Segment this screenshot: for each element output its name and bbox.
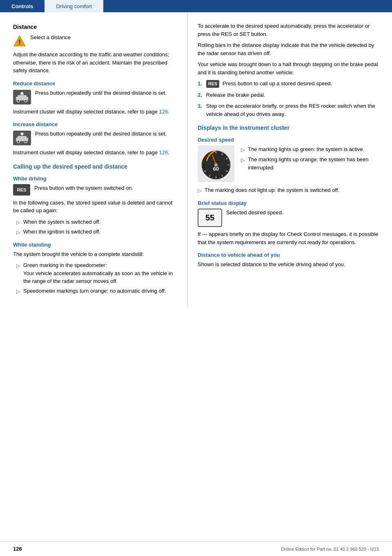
arrow-icon-5: ▷ [241,146,245,153]
tab-driving-comfort[interactable]: Driving comfort [45,0,103,12]
while-driving-row: RES Press button with the system switche… [13,184,178,196]
svg-point-12 [17,140,20,143]
while-standing-intro: The system brought the vehicle to a comp… [13,250,178,258]
distance-body: Adjust the distance according to the tra… [13,51,178,75]
right-column: To accelerate to the desired speed autom… [188,12,392,307]
following-cases-text: In the following cases, the stored speed… [13,199,178,215]
reduce-page-link[interactable]: 126 [159,109,168,115]
res-btn-1: RES [206,80,220,88]
desired-speed-bullets: ▷ The marking lights up green: the syste… [241,145,379,173]
arrow-icon-7: ▷ [198,187,201,194]
brief-status-row: 55 Selected desired speed. [198,209,379,227]
rolling-bars-text: Rolling bars in the distance display ind… [198,41,379,57]
increase-distance-title: Increase distance [13,121,178,127]
svg-text:!: ! [18,39,20,46]
num-label-1: 1. [198,80,202,88]
while-standing-list: ▷ Green marking in the speedometer: Your… [16,261,178,295]
distance-ahead-title: Distance to vehicle ahead of you [198,252,379,258]
brief-body: Selected desired speed. [226,209,283,217]
list-item: ▷ When the ignition is switched off. [16,228,178,236]
reduce-distance-title: Reduce distance [13,80,178,87]
desired-speed-row: 60 ▷ The marking lights up green: the sy… [198,145,379,182]
halt-text: Your vehicle was brought down to a halt … [198,60,379,76]
increase-body: Press button repeatedly until the desire… [35,130,167,138]
list-item: ▷ The marking does not light up: the sys… [198,186,379,194]
distance-warning-text: Select a distance [30,33,71,42]
main-content: Distance ! Select a distance Adjust the … [0,12,392,307]
svg-rect-11 [18,136,27,139]
reduce-dist-icon [13,90,31,105]
reduce-cluster-text: Instrument cluster will display selected… [13,108,178,116]
displays-title: Displays in the instrument cluster [198,125,379,131]
warning-icon: ! [13,34,26,47]
arrow-icon-4: ▷ [16,288,20,295]
following-cases-list: ▷ When the system is switched off. ▷ Whe… [16,218,178,236]
list-item: ▷ When the system is switched off. [16,218,178,226]
increase-distance-row: Press button repeatedly until the desire… [13,130,178,145]
while-driving-title: While driving [13,176,178,182]
arrow-icon-1: ▷ [16,219,20,226]
distance-title: Distance [13,24,178,30]
arrow-icon-6: ▷ [241,156,245,171]
svg-point-5 [17,100,20,102]
left-column: Distance ! Select a distance Adjust the … [0,12,188,307]
reduce-body: Press button repeatedly until the desire… [35,89,167,97]
status-display-box: 55 [198,209,222,227]
list-item: ▷ Green marking in the speedometer: Your… [16,261,178,285]
list-item: 1. RES Press button to call up a stored … [198,80,379,88]
list-item: 3. Step on the accelerator briefly, or p… [198,102,379,118]
list-item: 2. Release the brake pedal. [198,91,379,99]
while-standing-title: While standing [13,242,178,248]
svg-rect-4 [18,95,27,98]
distance-ahead-body: Shown is selected distance to the vehicl… [198,260,379,269]
list-item: ▷ The marking lights up green: the syste… [241,145,379,153]
num-label-3: 3. [198,102,202,118]
increase-page-link[interactable]: 126 [159,149,168,156]
list-item: ▷ The marking lights up orange: the syst… [241,156,379,171]
svg-point-6 [24,100,27,102]
res-button-icon: RES [13,184,30,196]
brief-para: If --- appears briefly on the display fo… [198,230,379,246]
footer-text: Online Edition for Part no. 01 40 2 960 … [281,547,379,552]
speedometer-image: 60 [198,145,234,182]
page-number: 126 [13,546,22,552]
arrow-icon-2: ▷ [16,229,20,236]
accelerate-text: To accelerate to the desired speed autom… [198,22,379,38]
reduce-distance-row: Press button repeatedly until the desire… [13,89,178,105]
distance-warning-row: ! Select a distance [13,33,178,47]
ds-third-bullet-list: ▷ The marking does not light up: the sys… [198,186,379,194]
while-driving-body: Press button with the system switched on… [34,184,133,192]
increase-cluster-text: Instrument cluster will display selected… [13,149,178,157]
arrow-icon-3: ▷ [16,262,20,285]
increase-dist-icon [13,131,31,145]
header: Controls Driving comfort [0,0,392,12]
numbered-list: 1. RES Press button to call up a stored … [198,80,379,118]
footer: 126 Online Edition for Part no. 01 40 2 … [0,541,392,556]
desired-speed-title: Desired speed [198,137,379,143]
svg-point-13 [24,140,27,143]
tab-controls[interactable]: Controls [0,0,45,12]
svg-text:60: 60 [213,166,219,172]
list-item: ▷ Speedometer markings turn orange: no a… [16,287,178,295]
num-label-2: 2. [198,91,202,99]
brief-status-title: Brief status display [198,200,379,206]
calling-title: Calling up the desired speed and distanc… [13,163,178,170]
